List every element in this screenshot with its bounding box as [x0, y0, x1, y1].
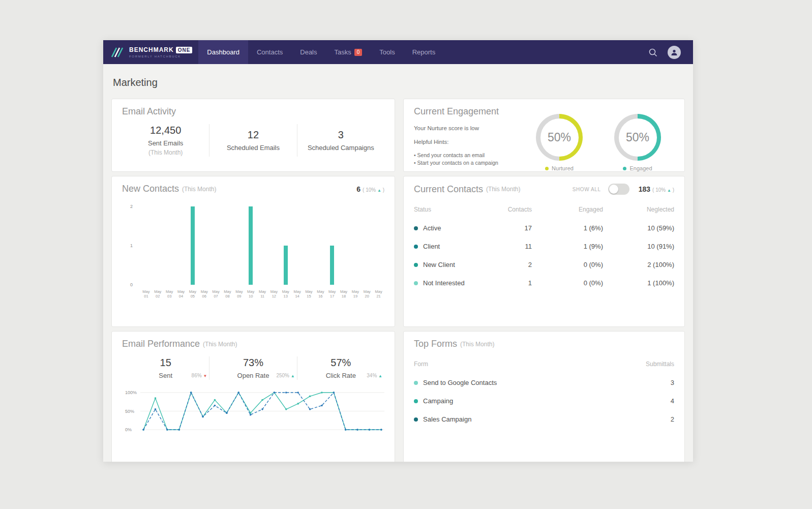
current-contacts-summary: 183 ( 10% ▲ )	[639, 185, 674, 193]
x-tick-label: May08	[222, 289, 233, 298]
card-title: Email Activity	[122, 106, 176, 117]
x-tick-label: May19	[349, 289, 361, 298]
engaged-cell: 0 (0%)	[532, 274, 603, 292]
nav-item-reports[interactable]: Reports	[404, 40, 444, 64]
column-header: Submittals	[628, 358, 674, 374]
current-contacts-change: ( 10% ▲ )	[652, 187, 674, 193]
email-performance-chart: 0%50%100%	[122, 390, 384, 433]
brand-logo[interactable]: BENCHMARK ONE FORMERLY HATCHBUCK	[103, 40, 198, 64]
engaged-cell: 1 (9%)	[532, 237, 603, 256]
y-tick-label: 1	[130, 243, 133, 248]
bar-column	[140, 206, 152, 285]
engagement-text: Your Nurture score is low Helpful Hints:…	[414, 120, 530, 171]
x-tick-label: May12	[268, 289, 280, 298]
x-tick-label: May06	[198, 289, 210, 298]
legend-text: Nurtured	[552, 165, 574, 171]
stat-sublabel: (This Month)	[122, 149, 209, 156]
app-window: BENCHMARK ONE FORMERLY HATCHBUCK Dashboa…	[103, 40, 693, 462]
brand-logo-icon	[111, 47, 125, 57]
bar-column	[268, 206, 280, 285]
contacts-cell: 1	[486, 274, 532, 292]
x-tick-label: May15	[303, 289, 315, 298]
change-text: 250%	[276, 373, 290, 378]
x-tick-label: May03	[164, 289, 175, 298]
donut-ring: 50%	[614, 114, 661, 161]
y-tick-label: 2	[130, 204, 133, 209]
x-tick-label: May21	[373, 289, 384, 298]
new-contacts-card: New Contacts (This Month) 6 ( 10% ▲ ) 01…	[111, 176, 395, 327]
card-title: Current Contacts	[414, 184, 483, 195]
bar	[249, 206, 253, 285]
x-tick-label: May20	[361, 289, 373, 298]
helpful-hints-label: Helpful Hints:	[414, 139, 530, 145]
engaged-cell: 1 (6%)	[532, 219, 603, 237]
donut-label: Engaged	[623, 165, 652, 171]
brand-text: BENCHMARK ONE FORMERLY HATCHBUCK	[129, 46, 192, 58]
status-cell: Client	[414, 237, 486, 256]
x-tick-label: May16	[315, 289, 326, 298]
nurture-score-note: Your Nurture score is low	[414, 125, 530, 131]
legend-dot-icon	[623, 167, 626, 170]
status-dot-icon	[414, 245, 418, 249]
card-subtitle: (This Month)	[460, 341, 494, 348]
column-header: Form	[414, 358, 628, 374]
x-tick-label: May10	[245, 289, 257, 298]
up-arrow-icon: ▲	[378, 374, 382, 378]
nav-item-label: Reports	[412, 48, 436, 56]
donut-ring: 50%	[536, 114, 583, 161]
nav-item-tasks[interactable]: Tasks0	[326, 40, 371, 64]
neglected-cell: 10 (59%)	[603, 219, 674, 237]
nav-item-label: Contacts	[257, 48, 283, 56]
nav-item-tools[interactable]: Tools	[371, 40, 403, 64]
status-label: New Client	[423, 261, 455, 268]
form-cell: Send to Google Contacts	[414, 374, 628, 392]
nav-item-contacts[interactable]: Contacts	[248, 40, 291, 64]
email-performance-stats: 15Sent86% ▼73%Open Rate250% ▲57%Click Ra…	[122, 356, 384, 380]
hint-item: Start your contacts on a campaign	[414, 159, 530, 167]
stat-value: 12,450	[122, 125, 209, 136]
bar	[330, 246, 334, 285]
stat-scheduled-emails: 12 Scheduled Emails	[209, 129, 296, 152]
donut-engaged: 50%Engaged	[614, 114, 661, 171]
nav-item-label: Tools	[379, 48, 395, 56]
search-icon[interactable]	[648, 48, 657, 57]
bar-column	[338, 206, 350, 285]
submittals-cell: 3	[628, 374, 674, 392]
nav-item-label: Tasks	[335, 48, 351, 56]
form-dot-icon	[414, 417, 418, 422]
stat-label: Scheduled Emails	[209, 144, 296, 152]
nav-item-dashboard[interactable]: Dashboard	[198, 40, 248, 64]
status-cell: Not Interested	[414, 274, 486, 292]
change-text: ( 10%	[363, 187, 376, 193]
stat-value: 3	[297, 129, 384, 141]
column-header: Engaged	[532, 204, 603, 219]
bar-column	[164, 206, 175, 285]
user-avatar[interactable]	[668, 46, 681, 59]
show-all-toggle[interactable]	[608, 184, 629, 195]
column-header: Neglected	[603, 204, 674, 219]
nav-item-deals[interactable]: Deals	[291, 40, 325, 64]
form-label: Sales Campaign	[423, 415, 471, 423]
bar-column	[198, 206, 210, 285]
stat-label: Scheduled Campaigns	[297, 144, 384, 152]
stat-value: 73%	[209, 357, 296, 369]
brand-name: BENCHMARK	[129, 46, 174, 53]
x-tick-label: May18	[338, 289, 350, 298]
status-dot-icon	[414, 263, 418, 267]
bar-column	[257, 206, 268, 285]
y-tick-label: 0	[130, 282, 133, 287]
current-contacts-total: 183	[639, 185, 650, 193]
card-title: Email Performance	[122, 339, 200, 349]
x-tick-label: May01	[140, 289, 152, 298]
change-text: )	[673, 187, 674, 193]
up-arrow-icon: ▲	[377, 188, 381, 193]
x-tick-label: May13	[280, 289, 291, 298]
neglected-cell: 1 (100%)	[603, 274, 674, 292]
column-header: Status	[414, 204, 486, 219]
x-tick-label: May07	[210, 289, 222, 298]
stat-open-rate: 73%Open Rate250% ▲	[209, 357, 296, 379]
bar-column	[233, 206, 245, 285]
line-chart-svg	[140, 390, 384, 433]
stat-change: 250% ▲	[276, 373, 294, 378]
legend-text: Engaged	[629, 165, 652, 171]
